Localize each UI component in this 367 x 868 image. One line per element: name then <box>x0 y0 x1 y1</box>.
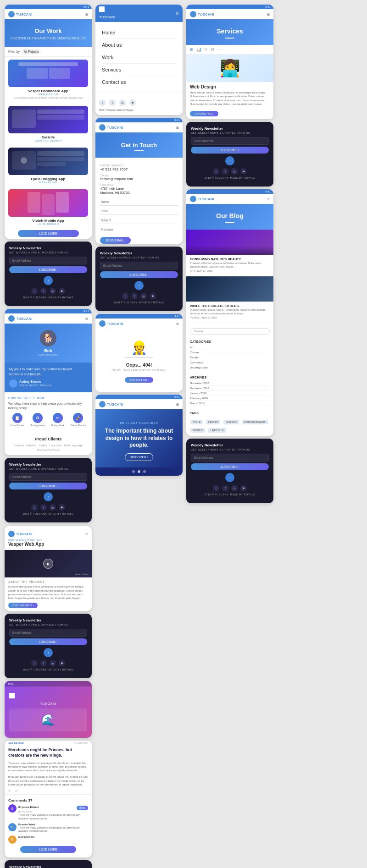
tag-2[interactable]: FASHION <box>223 420 239 424</box>
scroll-up-2[interactable]: ↑ <box>134 281 144 290</box>
status-bar-blog: 9:41 <box>186 189 273 194</box>
tag-1[interactable]: HEALTH <box>206 420 220 424</box>
archive-2[interactable]: December 2015 <box>190 386 270 391</box>
subscribe-btn-4[interactable]: SUBSCRIBE › <box>9 638 87 645</box>
menu-icon-brilliant[interactable]: ≡ <box>176 402 179 407</box>
form-subject[interactable] <box>100 217 178 224</box>
cat-uncategorized[interactable]: Uncategorized <box>190 365 270 370</box>
instagram-icon-3b[interactable]: in <box>231 485 238 491</box>
form-message[interactable] <box>100 226 178 233</box>
instagram-icon-4[interactable]: in <box>50 660 56 666</box>
facebook-icon-4[interactable]: f <box>40 660 47 666</box>
nav-youtube[interactable]: ▶ <box>129 99 136 106</box>
form-email[interactable] <box>100 208 178 215</box>
email-input-3[interactable]: Email Address <box>191 137 269 145</box>
tag-5[interactable]: LIFESTYLE <box>208 428 226 433</box>
nav-work[interactable]: Work <box>102 51 176 64</box>
twitter-icon-3[interactable]: t <box>213 168 219 175</box>
youtube-icon-4[interactable]: ▶ <box>59 660 65 666</box>
archive-1[interactable]: November 2015 <box>190 381 270 386</box>
nav-instagram[interactable]: in <box>119 99 126 106</box>
scroll-up-3[interactable]: ↑ <box>225 156 234 165</box>
error-contact-btn[interactable]: CONTACT US › <box>125 377 153 383</box>
menu-icon-services[interactable]: ≡ <box>267 12 270 17</box>
email-input-2[interactable]: Email Address <box>100 262 178 269</box>
facebook-icon-3[interactable]: f <box>222 168 228 175</box>
tag-3[interactable]: ENTERTAINMENT <box>242 420 267 424</box>
tab-close[interactable]: ✕ <box>204 47 208 52</box>
tab-bar[interactable]: 📊 <box>196 47 201 52</box>
tab-more[interactable]: ⋯ <box>217 47 221 52</box>
menu-icon-contact[interactable]: ≡ <box>176 125 179 130</box>
menu-icon-1[interactable]: ≡ <box>85 12 88 17</box>
scroll-up-3b[interactable]: ↑ <box>225 473 234 482</box>
email-input-1b[interactable]: Email Address <box>9 473 87 481</box>
menu-icon-about[interactable]: ≡ <box>85 316 88 321</box>
facebook-icon-1[interactable]: f <box>40 288 47 294</box>
project-tag-2: GRAPHIC DESIGN <box>8 139 88 142</box>
youtube-icon-1b[interactable]: ▶ <box>59 504 65 511</box>
menu-icon-blog[interactable]: ≡ <box>267 197 270 202</box>
youtube-icon-1[interactable]: ▶ <box>59 288 65 294</box>
discover-btn[interactable]: DISCOVER › <box>125 453 154 461</box>
subscribe-btn-3[interactable]: SUBSCRIBE › <box>191 147 269 154</box>
load-more-article[interactable]: LOAD MORE <box>20 846 76 853</box>
load-more-btn[interactable]: LOAD MORE <box>18 230 79 237</box>
nav-about[interactable]: About us <box>102 39 176 51</box>
email-input-4[interactable]: Email Address <box>9 629 87 637</box>
nav-home[interactable]: Home <box>102 27 176 39</box>
menu-icon-vesper[interactable]: ≡ <box>85 532 88 537</box>
services-hero: Services <box>186 19 273 45</box>
filter-value[interactable]: All Projects <box>22 49 41 54</box>
twitter-icon-2[interactable]: t <box>122 293 128 299</box>
facebook-icon-2[interactable]: f <box>131 293 138 299</box>
services-contact-btn[interactable]: CONTACT US › <box>190 111 218 116</box>
archive-4[interactable]: February 2016 <box>190 396 270 401</box>
send-btn[interactable]: SEND EMAIL › <box>100 237 131 244</box>
tab-table[interactable]: ⊟ <box>211 47 214 52</box>
subscribe-btn-2[interactable]: SUBSCRIBE › <box>100 271 178 278</box>
twitter-icon-1b[interactable]: t <box>31 504 38 511</box>
youtube-icon-2[interactable]: ▶ <box>150 293 156 299</box>
facebook-icon-1b[interactable]: f <box>40 504 47 511</box>
instagram-icon-2[interactable]: in <box>140 293 147 299</box>
close-icon-nav[interactable]: ✕ <box>175 11 179 16</box>
tag-4[interactable]: PEOPLE <box>190 428 205 433</box>
scroll-up-1[interactable]: ↑ <box>44 276 53 285</box>
blog-search[interactable] <box>190 328 270 335</box>
project-card-2: Eurielle GRAPHIC DESIGN <box>5 103 92 145</box>
cat-commerce[interactable]: Commerce <box>190 360 270 365</box>
scroll-up-4[interactable]: ↑ <box>44 648 53 657</box>
instagram-icon-1[interactable]: in <box>50 288 56 294</box>
nav-contact[interactable]: Contact us <box>102 76 176 88</box>
youtube-icon-3[interactable]: ▶ <box>240 168 247 175</box>
subscribe-btn-1[interactable]: SUBSCRIBE › <box>9 266 87 273</box>
nav-twitter[interactable]: t <box>99 99 106 106</box>
facebook-icon-3b[interactable]: f <box>222 485 228 491</box>
twitter-icon-1[interactable]: t <box>31 288 38 294</box>
cat-culture[interactable]: Culture <box>190 350 270 355</box>
archive-3[interactable]: January 2016 <box>190 391 270 396</box>
subscribe-btn-3b[interactable]: SUBSCRIBE › <box>191 463 269 470</box>
email-input-1[interactable]: Email Address <box>9 257 87 264</box>
nav-services[interactable]: Services <box>102 64 176 76</box>
archive-5[interactable]: March 2016 <box>190 401 270 406</box>
cat-people[interactable]: People <box>190 355 270 360</box>
email-input-3b[interactable]: Email Address <box>191 454 269 461</box>
twitter-icon-4[interactable]: t <box>31 660 38 666</box>
instagram-icon-3[interactable]: in <box>231 168 238 175</box>
quote-role: SENIOR PROJECT MANAGER <box>19 384 51 388</box>
scroll-up-1b[interactable]: ↑ <box>44 492 53 501</box>
menu-icon-error[interactable]: ≡ <box>176 321 179 326</box>
form-name[interactable] <box>100 198 178 206</box>
subscribe-btn-1b[interactable]: SUBSCRIBE › <box>9 483 87 489</box>
youtube-icon-3b[interactable]: ▶ <box>240 485 247 491</box>
visit-btn[interactable]: VISIT PROJECT › <box>8 603 38 608</box>
tag-0[interactable]: STYLE <box>190 420 203 424</box>
more-btn-1[interactable]: MORE <box>77 806 88 810</box>
cat-art[interactable]: Art <box>190 345 270 350</box>
tab-grid[interactable]: ⊞ <box>190 47 194 52</box>
nav-facebook[interactable]: f <box>109 99 116 106</box>
twitter-icon-3b[interactable]: t <box>213 485 219 491</box>
instagram-icon-1b[interactable]: in <box>50 504 56 511</box>
